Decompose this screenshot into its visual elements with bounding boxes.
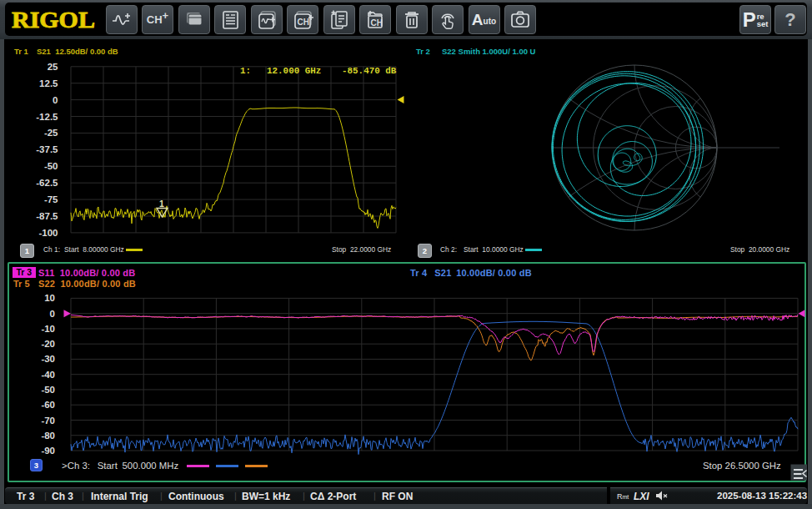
svg-text:1: 1 bbox=[159, 199, 164, 209]
